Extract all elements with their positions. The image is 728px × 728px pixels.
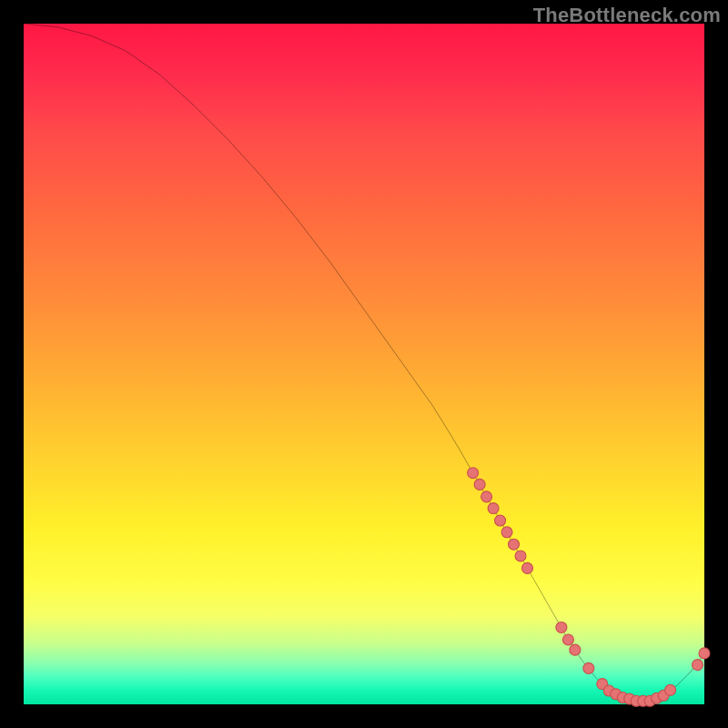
marker-dot bbox=[570, 644, 581, 655]
marker-dot bbox=[665, 684, 676, 695]
marker-dot bbox=[699, 648, 710, 659]
marker-dot bbox=[468, 468, 479, 479]
chart-stage: TheBottleneck.com bbox=[0, 0, 728, 728]
marker-dot bbox=[556, 622, 567, 632]
marker-dot bbox=[515, 551, 526, 561]
marker-dot bbox=[474, 479, 485, 490]
marker-dot bbox=[693, 660, 703, 671]
marker-dot bbox=[488, 503, 499, 514]
watermark-text: TheBottleneck.com bbox=[533, 4, 721, 27]
bottleneck-curve bbox=[24, 24, 704, 701]
chart-overlay bbox=[24, 24, 704, 704]
marker-dot bbox=[583, 662, 594, 673]
marker-dot bbox=[501, 527, 512, 538]
marker-dot bbox=[509, 539, 520, 550]
marker-dot bbox=[522, 562, 533, 573]
marker-dot bbox=[495, 515, 506, 526]
highlighted-points bbox=[468, 468, 710, 707]
marker-dot bbox=[562, 634, 573, 645]
marker-dot bbox=[481, 491, 492, 502]
